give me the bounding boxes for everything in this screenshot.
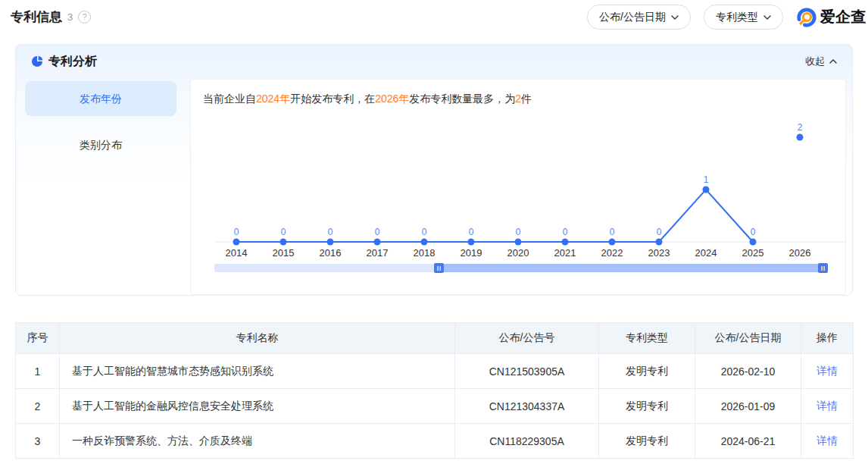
analysis-title: 专利分析 — [48, 54, 97, 70]
chart-value-label: 0 — [751, 227, 756, 237]
chart-point[interactable] — [609, 239, 616, 246]
cell-publication-number: CN121304337A — [455, 389, 599, 424]
chart-scrollbar-left-handle[interactable] — [434, 263, 444, 273]
table-row: 2 基于人工智能的金融风控信息安全处理系统 CN121304337A 发明专利 … — [16, 389, 854, 424]
chart-panel: 当前企业自2024年开始发布专利，在2026年发布专利数量最多，为2件 0201… — [190, 79, 846, 295]
chart-year-label: 2024 — [695, 247, 717, 259]
tab-category-distribution[interactable]: 类别分布 — [25, 127, 176, 162]
chart-year-label: 2014 — [226, 247, 248, 259]
cell-patent-type: 发明专利 — [599, 354, 695, 389]
aiqicha-logo-icon — [796, 7, 817, 28]
chevron-down-icon — [671, 15, 679, 20]
table-row: 3 一种反诈预警系统、方法、介质及终端 CN118229305A 发明专利 20… — [16, 424, 854, 459]
cell-patent-name: 一种反诈预警系统、方法、介质及终端 — [60, 424, 455, 459]
col-action: 操作 — [801, 323, 854, 354]
col-publication-number: 公布/公告号 — [455, 323, 599, 354]
chart-value-label: 0 — [375, 227, 380, 237]
chart-year-label: 2025 — [742, 247, 764, 259]
chart-point[interactable] — [280, 239, 287, 246]
analysis-tabs: 发布年份 类别分布 — [25, 81, 176, 174]
chart-value-label: 0 — [328, 227, 333, 237]
chart-point[interactable] — [327, 239, 334, 246]
col-patent-type: 专利类型 — [599, 323, 695, 354]
filter-label: 专利类型 — [716, 11, 758, 24]
chart-point[interactable] — [750, 239, 757, 246]
chart-year-label: 2023 — [648, 247, 670, 259]
cell-publication-date: 2024-06-21 — [695, 424, 801, 459]
cell-patent-name: 基于人工智能的智慧城市态势感知识别系统 — [60, 354, 455, 389]
chart-value-label: 0 — [516, 227, 521, 237]
table-header-row: 序号 专利名称 公布/公告号 专利类型 公布/公告日期 操作 — [16, 323, 854, 354]
chart-year-label: 2017 — [367, 247, 389, 259]
chart-year-label: 2022 — [601, 247, 623, 259]
chart-point[interactable] — [562, 239, 569, 246]
chart-point[interactable] — [797, 134, 804, 141]
filter-patent-type-dropdown[interactable]: 专利类型 — [704, 5, 783, 30]
chart-value-label: 0 — [610, 227, 615, 237]
col-publication-date: 公布/公告日期 — [695, 323, 801, 354]
chart-value-label: 0 — [657, 227, 662, 237]
filter-publication-date-dropdown[interactable]: 公布/公告日期 — [587, 5, 691, 30]
patents-per-year-line-chart: 0201402015020160201702018020190202002021… — [191, 123, 847, 267]
chart-year-label: 2020 — [507, 247, 529, 259]
col-patent-name: 专利名称 — [60, 323, 455, 354]
cell-publication-number: CN121503905A — [455, 354, 599, 389]
col-index: 序号 — [16, 323, 60, 354]
cell-index: 1 — [16, 354, 60, 389]
topbar-actions: 公布/公告日期 专利类型 爱企查 — [587, 5, 866, 30]
chart-year-label: 2015 — [273, 247, 295, 259]
chart-scrollbar[interactable] — [214, 264, 827, 272]
brand-name: 爱企查 — [820, 7, 866, 27]
chart-point[interactable] — [703, 187, 710, 193]
patent-analysis-card: 专利分析 收起 发布年份 类别分布 当前企业自2024年开始发布专利，在2026… — [15, 44, 853, 296]
chart-value-label: 0 — [469, 227, 474, 237]
page-header: 专利信息 3 ? — [11, 8, 91, 26]
chart-value-label: 1 — [704, 174, 709, 185]
analysis-card-header: 专利分析 收起 — [16, 45, 852, 78]
chart-point[interactable] — [656, 239, 663, 246]
chart-year-label: 2019 — [461, 247, 482, 259]
cell-patent-type: 发明专利 — [599, 424, 695, 459]
patent-count-badge: 3 — [67, 11, 73, 23]
cell-patent-type: 发明专利 — [599, 389, 695, 424]
chart-point[interactable] — [515, 239, 522, 246]
tab-publish-year[interactable]: 发布年份 — [25, 81, 176, 116]
detail-link[interactable]: 详情 — [816, 400, 838, 412]
cell-index: 2 — [16, 389, 60, 424]
detail-link[interactable]: 详情 — [816, 434, 838, 447]
table-row: 1 基于人工智能的智慧城市态势感知识别系统 CN121503905A 发明专利 … — [16, 354, 854, 389]
chart-scrollbar-right-handle[interactable] — [818, 263, 828, 273]
chart-year-label: 2016 — [320, 247, 342, 259]
chart-value-label: 0 — [563, 227, 568, 237]
cell-index: 3 — [16, 424, 60, 459]
patent-table: 序号 专利名称 公布/公告号 专利类型 公布/公告日期 操作 1 基于人工智能的… — [15, 322, 854, 459]
detail-link[interactable]: 详情 — [816, 365, 838, 377]
chart-year-label: 2021 — [554, 247, 576, 259]
chart-value-label: 2 — [798, 122, 803, 133]
chevron-up-icon — [829, 59, 837, 64]
chart-point[interactable] — [374, 239, 381, 246]
filter-label: 公布/公告日期 — [599, 11, 666, 24]
chart-year-label: 2018 — [414, 247, 436, 259]
chart-summary-text: 当前企业自2024年开始发布专利，在2026年发布专利数量最多，为2件 — [203, 93, 532, 106]
chart-point[interactable] — [421, 239, 428, 246]
cell-publication-date: 2026-02-10 — [695, 354, 801, 389]
cell-publication-date: 2026-01-09 — [695, 389, 801, 424]
cell-publication-number: CN118229305A — [455, 424, 599, 459]
help-icon[interactable]: ? — [78, 11, 91, 24]
chart-point[interactable] — [233, 239, 240, 246]
chart-value-label: 0 — [422, 227, 427, 237]
brand-logo[interactable]: 爱企查 — [796, 7, 866, 28]
pie-chart-icon — [31, 55, 43, 67]
chart-year-label: 2026 — [789, 247, 811, 259]
collapse-label: 收起 — [805, 55, 825, 68]
chart-scrollbar-range[interactable] — [434, 264, 828, 272]
page-title: 专利信息 — [11, 8, 62, 26]
chart-value-label: 0 — [281, 227, 286, 237]
chart-point[interactable] — [468, 239, 475, 246]
cell-patent-name: 基于人工智能的金融风控信息安全处理系统 — [60, 389, 455, 424]
chevron-down-icon — [763, 15, 771, 20]
collapse-button[interactable]: 收起 — [805, 55, 837, 68]
chart-value-label: 0 — [234, 227, 239, 237]
